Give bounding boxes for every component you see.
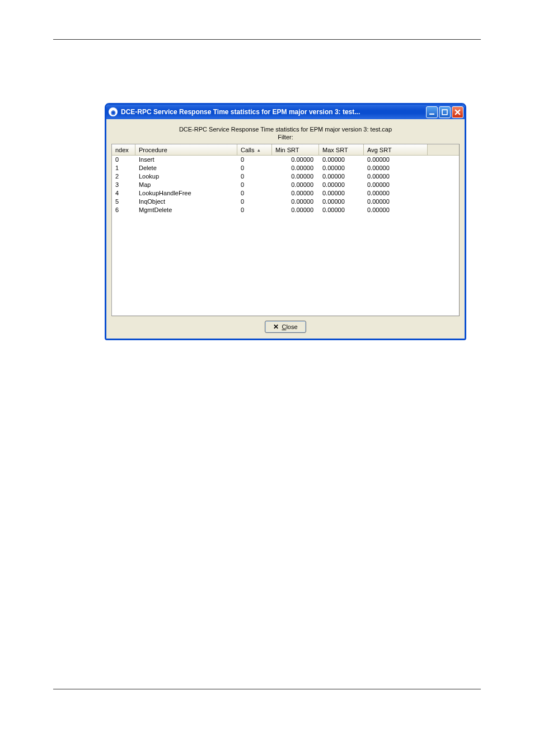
cell-index: 1: [112, 164, 135, 172]
cell-max-srt: 0.00000: [319, 172, 364, 181]
table-header: ndex Procedure Calls Min SRT Max SRT Avg…: [112, 144, 459, 156]
cell-calls: 0: [237, 164, 272, 172]
close-button[interactable]: ✕ Close: [265, 321, 306, 333]
cell-min-srt: 0.00000: [272, 198, 319, 206]
cell-max-srt: 0.00000: [319, 189, 364, 198]
window-title: DCE-RPC Service Response Time statistics…: [121, 108, 426, 116]
cell-avg-srt: 0.00000: [364, 164, 428, 172]
cell-avg-srt: 0.00000: [364, 198, 428, 206]
maximize-icon: [442, 109, 448, 115]
cell-procedure: Insert: [135, 156, 237, 164]
subtitle-text: DCE-RPC Service Response Time statistics…: [111, 126, 460, 133]
cell-calls: 0: [237, 189, 272, 198]
svg-rect-1: [442, 110, 447, 115]
table-row[interactable]: 4LookupHandleFree00.000000.000000.00000: [112, 189, 459, 198]
svg-rect-0: [429, 113, 434, 114]
table-body: 0Insert00.000000.000000.000001Delete00.0…: [112, 156, 459, 214]
cell-procedure: Lookup: [135, 172, 237, 181]
close-button-label: Close: [282, 323, 297, 330]
minimize-button[interactable]: [426, 106, 438, 118]
page-rule-bottom: [53, 689, 481, 689]
table-row[interactable]: 3Map00.000000.000000.00000: [112, 181, 459, 189]
table-row[interactable]: 0Insert00.000000.000000.00000: [112, 156, 459, 164]
cell-min-srt: 0.00000: [272, 206, 319, 214]
cell-min-srt: 0.00000: [272, 172, 319, 181]
cell-min-srt: 0.00000: [272, 181, 319, 189]
cell-procedure: Map: [135, 181, 237, 189]
cell-max-srt: 0.00000: [319, 198, 364, 206]
cell-index: 4: [112, 189, 135, 198]
cell-min-srt: 0.00000: [272, 156, 319, 164]
table-row[interactable]: 6MgmtDelete00.000000.000000.00000: [112, 206, 459, 214]
cell-procedure: Delete: [135, 164, 237, 172]
cell-index: 6: [112, 206, 135, 214]
window-close-button[interactable]: [452, 106, 463, 118]
table-row[interactable]: 5InqObject00.000000.000000.00000: [112, 198, 459, 206]
cell-procedure: LookupHandleFree: [135, 189, 237, 198]
x-icon: ✕: [273, 323, 279, 331]
col-header-index[interactable]: ndex: [112, 144, 135, 155]
cell-index: 5: [112, 198, 135, 206]
table-row[interactable]: 2Lookup00.000000.000000.00000: [112, 172, 459, 181]
cell-max-srt: 0.00000: [319, 181, 364, 189]
col-header-calls[interactable]: Calls: [237, 144, 272, 155]
cell-index: 3: [112, 181, 135, 189]
dialog-window: ◉ DCE-RPC Service Response Time statisti…: [105, 103, 466, 340]
minimize-icon: [429, 109, 435, 115]
cell-calls: 0: [237, 181, 272, 189]
cell-max-srt: 0.00000: [319, 206, 364, 214]
cell-max-srt: 0.00000: [319, 156, 364, 164]
filter-label: Filter:: [111, 134, 460, 140]
cell-calls: 0: [237, 156, 272, 164]
app-icon: ◉: [109, 107, 118, 116]
cell-min-srt: 0.00000: [272, 189, 319, 198]
cell-avg-srt: 0.00000: [364, 172, 428, 181]
cell-avg-srt: 0.00000: [364, 189, 428, 198]
cell-max-srt: 0.00000: [319, 164, 364, 172]
cell-avg-srt: 0.00000: [364, 181, 428, 189]
cell-procedure: InqObject: [135, 198, 237, 206]
page-rule-top: [53, 39, 481, 40]
cell-avg-srt: 0.00000: [364, 206, 428, 214]
window-controls: [426, 106, 463, 118]
col-header-max-srt[interactable]: Max SRT: [319, 144, 364, 155]
dialog-content: DCE-RPC Service Response Time statistics…: [106, 119, 465, 339]
cell-min-srt: 0.00000: [272, 164, 319, 172]
col-header-avg-srt[interactable]: Avg SRT: [364, 144, 428, 155]
col-header-procedure[interactable]: Procedure: [135, 144, 237, 155]
titlebar[interactable]: ◉ DCE-RPC Service Response Time statisti…: [106, 105, 465, 119]
cell-procedure: MgmtDelete: [135, 206, 237, 214]
button-row: ✕ Close: [111, 321, 460, 333]
cell-calls: 0: [237, 172, 272, 181]
col-header-min-srt[interactable]: Min SRT: [272, 144, 319, 155]
table-row[interactable]: 1Delete00.000000.000000.00000: [112, 164, 459, 172]
cell-avg-srt: 0.00000: [364, 156, 428, 164]
cell-calls: 0: [237, 206, 272, 214]
close-icon: [455, 109, 461, 115]
cell-index: 0: [112, 156, 135, 164]
cell-calls: 0: [237, 198, 272, 206]
maximize-button[interactable]: [439, 106, 451, 118]
cell-index: 2: [112, 172, 135, 181]
stats-table: ndex Procedure Calls Min SRT Max SRT Avg…: [111, 144, 460, 316]
